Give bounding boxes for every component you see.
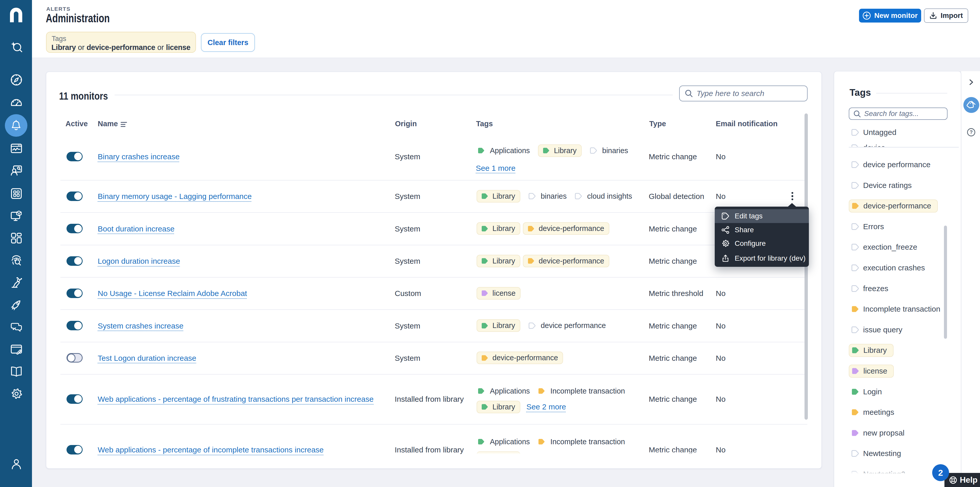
svg-text:?: ? xyxy=(969,129,973,135)
